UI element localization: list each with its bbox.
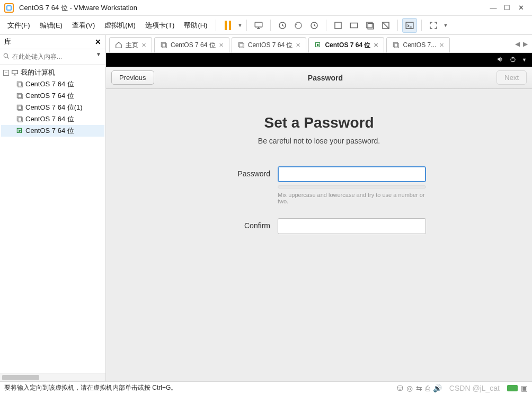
library-search: ▼ bbox=[0, 49, 105, 65]
vm-icon bbox=[16, 104, 23, 111]
vm-icon bbox=[16, 115, 23, 123]
vm-tab-icon bbox=[160, 41, 167, 49]
guest-password-screen: Previous Password Next Set a Password Be… bbox=[106, 67, 532, 381]
tab-close-icon[interactable]: ✕ bbox=[296, 42, 300, 49]
fullscreen-icon bbox=[429, 21, 438, 30]
minimize-button[interactable]: — bbox=[486, 2, 500, 14]
device-cd-icon[interactable]: ◎ bbox=[406, 384, 413, 392]
menu-view[interactable]: 查看(V) bbox=[68, 19, 99, 32]
pause-dropdown-caret[interactable]: ▼ bbox=[237, 23, 242, 28]
tab-prev-button[interactable]: ◀ bbox=[515, 40, 520, 48]
collapse-toggle[interactable]: − bbox=[3, 70, 9, 76]
send-ctrl-alt-del-button[interactable] bbox=[251, 18, 266, 33]
clock-manage-icon bbox=[309, 21, 319, 30]
power-icon[interactable] bbox=[509, 56, 517, 65]
power-dropdown-caret[interactable]: ▼ bbox=[522, 57, 527, 62]
guest-header: Previous Password Next bbox=[106, 67, 532, 89]
tab-close-icon[interactable]: ✕ bbox=[439, 42, 444, 49]
tree-item[interactable]: CentOS 7 64 位 bbox=[1, 90, 104, 102]
tab-label: CentOS 7 64 位 bbox=[325, 41, 370, 50]
tab-vm-active[interactable]: CentOS 7 64 位 ✕ bbox=[308, 37, 384, 52]
form-subtitle: Be careful not to lose your password. bbox=[258, 137, 380, 145]
volume-icon[interactable] bbox=[496, 56, 504, 65]
sidebar-scrollbar[interactable] bbox=[0, 373, 105, 381]
tab-close-icon[interactable]: ✕ bbox=[219, 42, 224, 49]
tree-item-label: CentOS 7 64 位 bbox=[25, 79, 74, 89]
statusbar: 要将输入定向到该虚拟机，请在虚拟机内部单击或按 Ctrl+G。 ⛁ ◎ ⇆ ⎙ … bbox=[0, 381, 532, 394]
menu-tabs[interactable]: 选项卡(T) bbox=[141, 19, 179, 32]
vm-tab-icon bbox=[237, 41, 245, 49]
clock-back-icon bbox=[294, 21, 303, 30]
snapshot-button[interactable] bbox=[275, 18, 290, 33]
two-square-icon bbox=[349, 21, 359, 30]
tree-item[interactable]: CentOS 7 64 位(1) bbox=[1, 102, 104, 113]
vm-tab-icon bbox=[392, 41, 400, 49]
vmware-app-icon bbox=[4, 3, 14, 13]
menu-vm[interactable]: 虚拟机(M) bbox=[100, 19, 140, 32]
device-sound-icon[interactable]: 🔊 bbox=[433, 384, 442, 392]
tree-item-label: CentOS 7 64 位 bbox=[25, 126, 74, 136]
device-printer-icon[interactable]: ⎙ bbox=[425, 384, 430, 392]
tree-item-label: CentOS 7 64 位 bbox=[25, 91, 74, 101]
console-view-button[interactable] bbox=[402, 18, 417, 33]
main-area: 库 ✕ ▼ − 我的计算机 CentOS 7 64 位 CentOS 7 64 … bbox=[0, 35, 532, 381]
previous-button[interactable]: Previous bbox=[111, 70, 154, 85]
vm-icon bbox=[16, 80, 23, 88]
tree-item-label: CentOS 7 64 位 bbox=[25, 114, 74, 124]
pause-icon bbox=[225, 21, 231, 30]
fullscreen-dropdown-caret[interactable]: ▼ bbox=[443, 23, 448, 28]
tab-close-icon[interactable]: ✕ bbox=[374, 42, 378, 49]
view-single-button[interactable] bbox=[331, 18, 345, 33]
vm-icon bbox=[16, 92, 23, 100]
tab-home[interactable]: 主页 ✕ bbox=[109, 37, 152, 52]
tab-nav: ◀ ▶ bbox=[511, 35, 532, 52]
snapshot-manager-button[interactable] bbox=[307, 18, 322, 33]
tree-item-active[interactable]: CentOS 7 64 位 bbox=[1, 125, 104, 137]
terminal-icon bbox=[405, 21, 414, 30]
clock-icon bbox=[278, 21, 287, 30]
close-button[interactable]: ✕ bbox=[514, 2, 528, 14]
devices-menu-icon[interactable]: ▣ bbox=[521, 384, 528, 392]
library-search-input[interactable] bbox=[10, 51, 94, 62]
tab-close-icon[interactable]: ✕ bbox=[141, 42, 146, 49]
view-split-button[interactable] bbox=[347, 18, 361, 33]
form-heading: Set a Password bbox=[264, 114, 374, 131]
menu-edit[interactable]: 编辑(E) bbox=[36, 19, 67, 32]
tree-root-row[interactable]: − 我的计算机 bbox=[1, 67, 104, 78]
device-hdd-icon[interactable]: ⛁ bbox=[397, 384, 403, 392]
svg-rect-11 bbox=[12, 70, 18, 74]
pause-button[interactable] bbox=[220, 18, 235, 33]
tree-item[interactable]: CentOS 7 64 位 bbox=[1, 78, 104, 90]
menu-file[interactable]: 文件(F) bbox=[3, 19, 34, 32]
device-network-icon[interactable]: ⇆ bbox=[416, 384, 422, 392]
svg-rect-0 bbox=[255, 22, 263, 27]
search-dropdown-caret[interactable]: ▼ bbox=[94, 51, 103, 62]
library-title: 库 bbox=[4, 37, 11, 47]
input-indicator[interactable] bbox=[507, 385, 518, 391]
unity-mode-button[interactable] bbox=[378, 18, 393, 33]
library-close-button[interactable]: ✕ bbox=[95, 38, 101, 46]
maximize-button[interactable]: ☐ bbox=[500, 2, 514, 14]
revert-snapshot-button[interactable] bbox=[291, 18, 306, 33]
tree-item[interactable]: CentOS 7 64 位 bbox=[1, 113, 104, 125]
fullscreen-button[interactable] bbox=[426, 18, 441, 33]
stack-icon bbox=[365, 21, 375, 30]
vm-running-icon bbox=[16, 127, 23, 135]
next-button[interactable]: Next bbox=[496, 70, 527, 85]
window-title: CentOS 7 64 位 - VMware Workstation bbox=[19, 3, 137, 13]
tab-vm[interactable]: CentOS 7 64 位 ✕ bbox=[232, 37, 307, 52]
tabbar: 主页 ✕ CentOS 7 64 位 ✕ CentOS 7 64 位 ✕ Cen… bbox=[106, 35, 532, 53]
computer-icon bbox=[11, 69, 19, 76]
view-tabs-button[interactable] bbox=[362, 18, 377, 33]
tab-vm[interactable]: CentOS 7... ✕ bbox=[386, 37, 450, 52]
password-hint: Mix uppercase and lowercase and try to u… bbox=[278, 192, 426, 204]
confirm-input[interactable] bbox=[278, 218, 426, 234]
tab-next-button[interactable]: ▶ bbox=[523, 40, 528, 48]
library-header: 库 ✕ bbox=[0, 35, 105, 49]
svg-point-10 bbox=[4, 53, 7, 57]
monitor-icon bbox=[254, 21, 263, 30]
menu-help[interactable]: 帮助(H) bbox=[180, 19, 211, 32]
tab-vm[interactable]: CentOS 7 64 位 ✕ bbox=[154, 37, 229, 52]
password-input[interactable] bbox=[278, 166, 426, 182]
confirm-row: Confirm bbox=[212, 218, 426, 234]
